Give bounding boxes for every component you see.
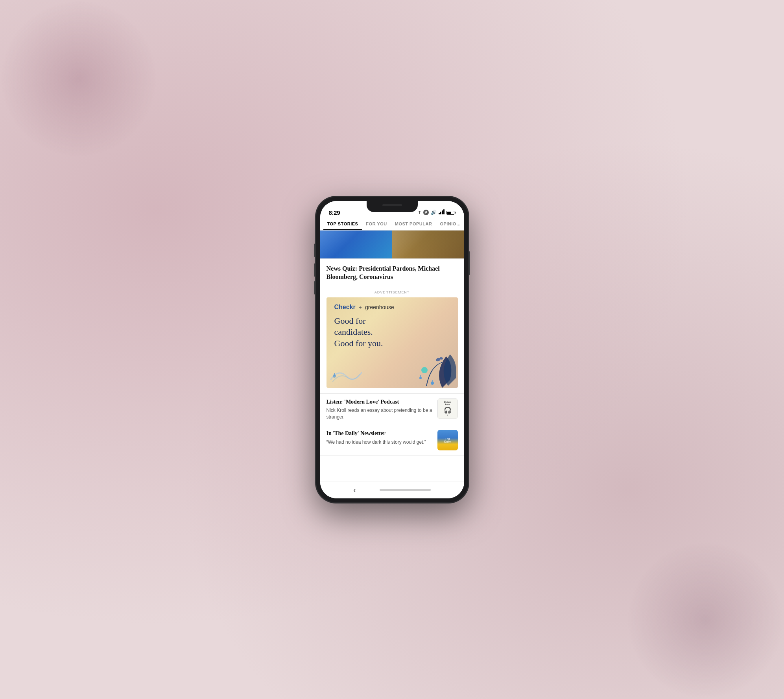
status-time: 8:29: [329, 209, 340, 216]
ad-decoration-left: [330, 360, 362, 384]
hero-image-right: [392, 231, 464, 258]
article-news-quiz[interactable]: News Quiz: Presidential Pardons, Michael…: [320, 259, 464, 287]
podcast-modern-love-thumb: ModernLove 🎧 T: [437, 398, 458, 419]
headphones-icon: 🎧: [444, 406, 452, 414]
ad-label: ADVERTISEMENT: [327, 290, 458, 294]
advertisement-section: ADVERTISEMENT Checkr + greenhouse Good f…: [320, 287, 464, 394]
tab-most-popular[interactable]: MOST POPULAR: [391, 218, 436, 230]
svg-point-0: [421, 367, 428, 373]
nyt-logo-small: T: [447, 414, 448, 416]
podcast-the-daily-text: In 'The Daily' Newsletter “We had no ide…: [327, 430, 433, 445]
phone-screen: 8:29 T P 🔊: [320, 201, 464, 498]
ad-plus-symbol: +: [359, 304, 362, 310]
tab-top-stories[interactable]: TOP STORIES: [323, 218, 362, 230]
speaker-grill: [382, 204, 402, 206]
podcast-the-daily-title: In 'The Daily' Newsletter: [327, 430, 433, 437]
p-circle-icon: P: [423, 210, 429, 215]
phone-shell: 8:29 T P 🔊: [315, 196, 469, 503]
hero-image-left: [320, 231, 392, 258]
podcast-the-daily-thumb: TheDaily: [437, 430, 458, 450]
bottom-nav: ‹: [320, 481, 464, 498]
podcast-modern-love-desc: Nick Kroll reads an essay about pretendi…: [327, 407, 433, 421]
back-button[interactable]: ‹: [353, 485, 356, 494]
screen-content: 8:29 T P 🔊: [320, 201, 464, 498]
ad-brand-greenhouse: greenhouse: [365, 304, 394, 310]
ad-decoration-right: [411, 341, 458, 388]
wifi-icon: [439, 209, 445, 216]
signal-t-icon: T: [419, 210, 421, 215]
podcast-modern-love-text: Listen: 'Modern Love' Podcast Nick Kroll…: [327, 398, 433, 421]
podcast-modern-love[interactable]: Listen: 'Modern Love' Podcast Nick Kroll…: [320, 394, 464, 426]
modern-love-label: ModernLove: [444, 401, 451, 406]
article-title-news-quiz: News Quiz: Presidential Pardons, Michael…: [327, 264, 458, 281]
phone-notch: [367, 201, 418, 212]
status-icons: T P 🔊: [419, 209, 456, 216]
the-daily-label: TheDaily: [444, 437, 451, 443]
podcast-the-daily[interactable]: In 'The Daily' Newsletter “We had no ide…: [320, 425, 464, 456]
scroll-area[interactable]: News Quiz: Presidential Pardons, Michael…: [320, 231, 464, 481]
home-indicator[interactable]: [380, 489, 431, 491]
podcast-modern-love-title: Listen: 'Modern Love' Podcast: [327, 398, 433, 406]
hero-images-strip: [320, 231, 464, 259]
ad-background: Checkr + greenhouse Good for candidates.…: [327, 297, 458, 388]
tab-opinion[interactable]: OPINIO…: [436, 218, 464, 230]
ad-brand-checkr: Checkr: [334, 304, 356, 311]
ad-brands-row: Checkr + greenhouse: [327, 297, 458, 314]
podcast-the-daily-desc: “We had no idea how dark this story woul…: [327, 439, 433, 446]
phone-device: 8:29 T P 🔊: [315, 196, 469, 503]
tab-for-you[interactable]: FOR YOU: [362, 218, 391, 230]
ad-banner[interactable]: Checkr + greenhouse Good for candidates.…: [327, 297, 458, 388]
nav-tabs[interactable]: TOP STORIES FOR YOU MOST POPULAR OPINIO…: [320, 218, 464, 231]
battery-icon: [446, 210, 456, 216]
volume-icon: 🔊: [431, 210, 437, 216]
